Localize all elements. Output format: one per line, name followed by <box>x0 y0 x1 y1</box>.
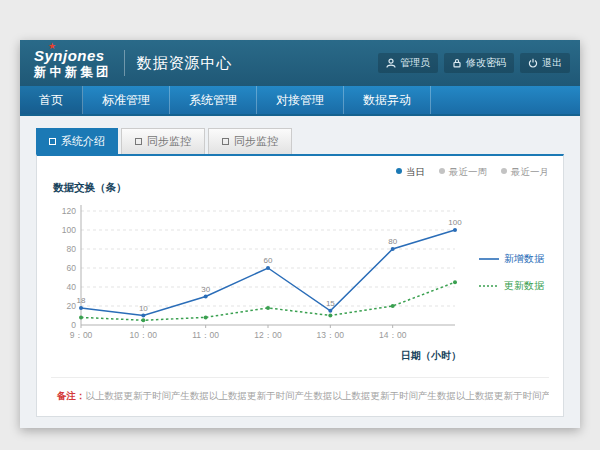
logo-star-icon: ★ <box>48 42 56 51</box>
power-icon <box>528 58 538 68</box>
tab-grid-icon <box>222 138 229 145</box>
nav-item-home[interactable]: 首页 <box>20 86 83 114</box>
line-chart-svg: 0204060801001209：0010：0011：0012：0013：001… <box>51 197 465 347</box>
app-window: Synjones ★ 新中新集团 数据资源中心 管理员 <box>20 40 580 428</box>
note-text: 以上数据更新于时间产生数据以上数据更新于时间产生数据以上数据更新于时间产生数据以… <box>86 390 550 401</box>
chart-x-axis-title: 日期（小时） <box>51 349 461 363</box>
svg-text:9：00: 9：00 <box>70 330 93 340</box>
logout-label: 退出 <box>542 56 562 70</box>
svg-text:100: 100 <box>62 225 76 235</box>
logout-button[interactable]: 退出 <box>520 53 570 73</box>
svg-text:60: 60 <box>264 256 273 265</box>
chart-row: 0204060801001209：0010：0011：0012：0013：001… <box>51 197 549 363</box>
main-nav: 首页 标准管理 系统管理 对接管理 数据异动 <box>20 86 580 116</box>
svg-text:120: 120 <box>62 206 76 216</box>
brand-logo-en: Synjones <box>34 48 112 63</box>
legend-line-dashed-icon <box>479 282 499 290</box>
legend-label: 更新数据 <box>504 279 544 293</box>
tab-grid-icon <box>135 138 142 145</box>
filter-label: 最近一周 <box>449 166 487 177</box>
tab-system-intro[interactable]: 系统介绍 <box>36 128 118 154</box>
tab-grid-icon <box>49 138 56 145</box>
filter-last-week[interactable]: 最近一周 <box>439 166 487 179</box>
tab-bar: 系统介绍 同步监控 同步监控 <box>36 128 564 154</box>
tab-sync-monitor-1[interactable]: 同步监控 <box>121 128 205 154</box>
brand-logo: Synjones ★ 新中新集团 <box>34 48 112 79</box>
svg-text:30: 30 <box>201 285 210 294</box>
filter-last-month[interactable]: 最近一月 <box>501 166 549 179</box>
series-legend: 新增数据 更新数据 <box>465 252 549 293</box>
footer-note: 备注：以上数据更新于时间产生数据以上数据更新于时间产生数据以上数据更新于时间产生… <box>51 377 549 403</box>
chart-y-axis-title: 数据交换（条） <box>53 181 549 195</box>
note-prefix: 备注： <box>57 390 86 401</box>
svg-text:12：00: 12：00 <box>254 330 282 340</box>
filter-label: 最近一月 <box>511 166 549 177</box>
svg-text:80: 80 <box>388 237 397 246</box>
header-actions: 管理员 修改密码 退出 <box>378 53 570 73</box>
filter-dot-icon <box>396 168 402 174</box>
change-password-label: 修改密码 <box>466 56 506 70</box>
header-divider <box>124 50 125 76</box>
nav-item-system-mgmt[interactable]: 系统管理 <box>170 86 257 114</box>
nav-item-standard-mgmt[interactable]: 标准管理 <box>83 86 170 114</box>
legend-item-new-data[interactable]: 新增数据 <box>479 252 544 266</box>
svg-text:40: 40 <box>67 282 77 292</box>
svg-text:10：00: 10：00 <box>130 330 158 340</box>
svg-text:18: 18 <box>77 296 86 305</box>
svg-text:11：00: 11：00 <box>192 330 219 340</box>
svg-text:80: 80 <box>67 244 77 254</box>
change-password-button[interactable]: 修改密码 <box>444 53 514 73</box>
brand-logo-cn: 新中新集团 <box>34 66 112 79</box>
filter-dot-icon <box>439 168 445 174</box>
filter-dot-icon <box>501 168 507 174</box>
tab-sync-monitor-2[interactable]: 同步监控 <box>208 128 292 154</box>
lock-icon <box>452 58 462 68</box>
svg-text:0: 0 <box>71 320 76 330</box>
tab-label: 同步监控 <box>234 134 278 149</box>
legend-item-update-data[interactable]: 更新数据 <box>479 279 544 293</box>
svg-text:10: 10 <box>139 304 148 313</box>
legend-label: 新增数据 <box>504 252 544 266</box>
chart-panel: 当日 最近一周 最近一月 数据交换（条） 0204060801001209：00… <box>36 154 564 417</box>
app-title: 数据资源中心 <box>137 54 233 73</box>
filter-today[interactable]: 当日 <box>396 166 425 179</box>
user-icon <box>386 58 396 68</box>
tab-label: 同步监控 <box>147 134 191 149</box>
svg-text:20: 20 <box>67 301 77 311</box>
svg-text:13：00: 13：00 <box>317 330 345 340</box>
admin-user-label: 管理员 <box>400 56 430 70</box>
filter-label: 当日 <box>406 166 425 177</box>
svg-text:15: 15 <box>326 299 335 308</box>
legend-line-solid-icon <box>479 255 499 263</box>
admin-user-button[interactable]: 管理员 <box>378 53 438 73</box>
time-filter-legend: 当日 最近一周 最近一月 <box>51 166 549 179</box>
nav-item-connect-mgmt[interactable]: 对接管理 <box>257 86 344 114</box>
chart-column: 0204060801001209：0010：0011：0012：0013：001… <box>51 197 465 363</box>
svg-text:60: 60 <box>67 263 77 273</box>
content-area: 系统介绍 同步监控 同步监控 当日 最近一周 最近一月 数据交换（条） 0204… <box>20 116 580 417</box>
svg-text:14：00: 14：00 <box>379 330 407 340</box>
tab-label: 系统介绍 <box>61 134 105 149</box>
nav-item-data-change[interactable]: 数据异动 <box>344 86 431 114</box>
app-header: Synjones ★ 新中新集团 数据资源中心 管理员 <box>20 40 580 86</box>
svg-text:100: 100 <box>448 218 462 227</box>
